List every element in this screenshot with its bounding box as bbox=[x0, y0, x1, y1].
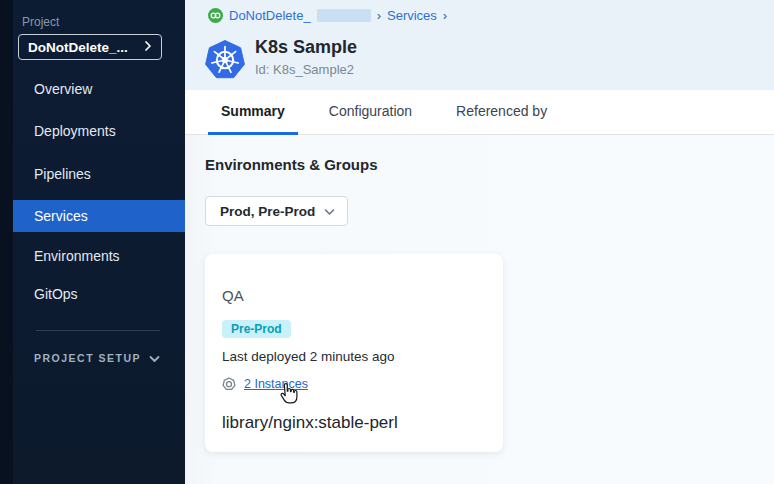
tab-summary[interactable]: Summary bbox=[208, 90, 298, 135]
sidebar-item-deployments[interactable]: Deployments bbox=[13, 115, 185, 147]
sidebar-item-overview[interactable]: Overview bbox=[13, 73, 185, 105]
instances-link[interactable]: 2 Instances bbox=[244, 377, 308, 391]
sidebar-item-label: Overview bbox=[34, 81, 92, 97]
sidebar-item-gitops[interactable]: GitOps bbox=[13, 278, 185, 310]
chevron-right-icon bbox=[144, 38, 152, 56]
module-rail bbox=[0, 0, 13, 484]
environment-type-badge: Pre-Prod bbox=[222, 320, 291, 338]
project-icon bbox=[208, 8, 223, 23]
environment-card: QA Pre-Prod Last deployed 2 minutes ago … bbox=[205, 254, 503, 452]
instance-row: 2 Instances bbox=[222, 377, 308, 391]
breadcrumb-project-link[interactable]: DoNotDelete_ bbox=[229, 8, 311, 23]
environment-filter-dropdown[interactable]: Prod, Pre-Prod bbox=[205, 196, 348, 226]
project-label: Project bbox=[22, 15, 59, 29]
instances-icon bbox=[222, 377, 236, 391]
project-setup-toggle[interactable]: PROJECT SETUP bbox=[34, 350, 160, 366]
service-id: Id: K8s_Sample2 bbox=[255, 62, 354, 77]
sidebar: Project DoNotDelete_... Overview Deploym… bbox=[0, 0, 185, 484]
sidebar-item-label: Environments bbox=[34, 248, 120, 264]
sidebar-divider bbox=[36, 330, 160, 331]
section-title: Environments & Groups bbox=[205, 156, 378, 173]
sidebar-item-services[interactable]: Services bbox=[13, 200, 185, 232]
chevron-down-icon bbox=[324, 202, 335, 220]
main-area: DoNotDelete_ › Services › bbox=[185, 0, 774, 484]
tab-bar: Summary Configuration Referenced by bbox=[185, 90, 774, 135]
tab-configuration[interactable]: Configuration bbox=[316, 90, 425, 135]
breadcrumb: DoNotDelete_ › Services › bbox=[208, 7, 447, 24]
sidebar-item-label: Services bbox=[34, 208, 88, 224]
tab-referenced-by[interactable]: Referenced by bbox=[443, 90, 560, 135]
project-selector-value: DoNotDelete_... bbox=[28, 40, 128, 55]
project-setup-label: PROJECT SETUP bbox=[34, 352, 141, 364]
project-selector[interactable]: DoNotDelete_... bbox=[18, 34, 162, 60]
breadcrumb-separator: › bbox=[443, 8, 447, 23]
app-window: Project DoNotDelete_... Overview Deploym… bbox=[0, 0, 774, 484]
kubernetes-icon bbox=[205, 40, 245, 80]
redacted-text-highlight bbox=[317, 9, 371, 22]
chevron-down-icon bbox=[149, 349, 160, 367]
sidebar-item-label: GitOps bbox=[34, 286, 78, 302]
last-deployed-text: Last deployed 2 minutes ago bbox=[222, 349, 395, 364]
artifact-name: library/nginx:stable-perl bbox=[222, 413, 398, 433]
environment-filter-value: Prod, Pre-Prod bbox=[220, 204, 315, 219]
page-header: DoNotDelete_ › Services › bbox=[185, 0, 774, 90]
sidebar-item-label: Deployments bbox=[34, 123, 116, 139]
breadcrumb-services-link[interactable]: Services bbox=[387, 8, 437, 23]
breadcrumb-separator: › bbox=[377, 8, 381, 23]
sidebar-item-environments[interactable]: Environments bbox=[13, 240, 185, 272]
sidebar-item-label: Pipelines bbox=[34, 166, 91, 182]
summary-content: Environments & Groups Prod, Pre-Prod QA … bbox=[185, 135, 774, 484]
environment-name: QA bbox=[222, 287, 244, 304]
page-title: K8s Sample bbox=[255, 37, 357, 58]
sidebar-item-pipelines[interactable]: Pipelines bbox=[13, 158, 185, 190]
